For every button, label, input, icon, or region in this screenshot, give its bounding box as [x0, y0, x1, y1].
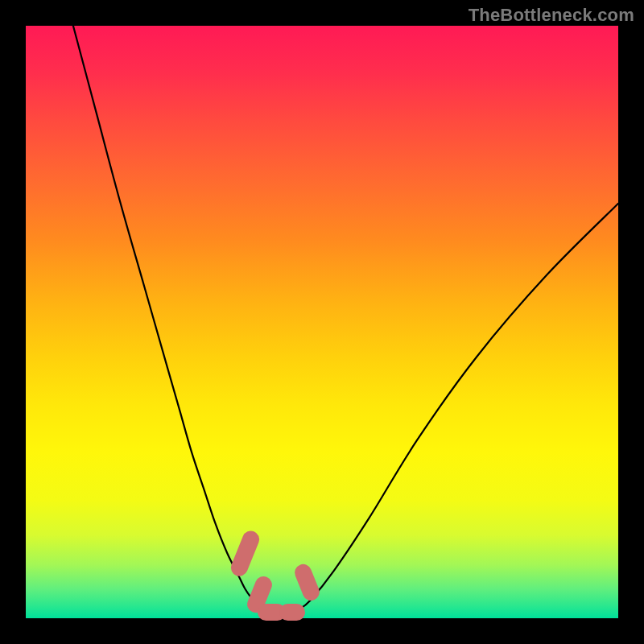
watermark-text: TheBottleneck.com — [469, 5, 634, 26]
marker-floor-right — [279, 604, 305, 621]
curve-layer — [26, 26, 618, 618]
plot-area — [26, 26, 618, 618]
bottleneck-curve — [73, 26, 618, 615]
chart-root: TheBottleneck.com — [0, 0, 644, 644]
